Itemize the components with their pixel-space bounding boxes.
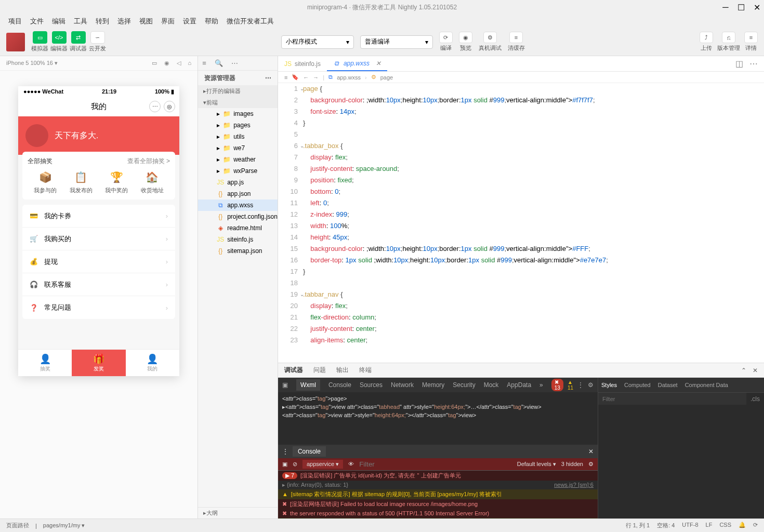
file-utils[interactable]: ▸ 📁utils [198, 131, 278, 142]
console-close-icon[interactable]: ✕ [588, 448, 594, 455]
menu-视图[interactable]: 视图 [135, 17, 157, 26]
devtab-AppData[interactable]: AppData [507, 381, 531, 389]
console-toggle-icon[interactable]: ▣ [282, 461, 287, 468]
file-app.js[interactable]: JSapp.js [198, 177, 278, 188]
file-siteinfo.js[interactable]: JSsiteinfo.js [198, 234, 278, 245]
error-count[interactable]: ✖ 13 [551, 379, 563, 391]
outline-section[interactable]: ▸ 大纲 [198, 507, 278, 518]
devtab-Sources[interactable]: Sources [360, 381, 383, 389]
inspect-icon[interactable]: ▣ [282, 381, 288, 389]
devtools-more-icon[interactable]: ⋮ [577, 381, 584, 389]
tab-1[interactable]: 🎁发奖 [72, 350, 125, 376]
menu-选择[interactable]: 选择 [113, 17, 135, 26]
file-app.wxss[interactable]: ⧉app.wxss [198, 200, 278, 211]
console-tab[interactable]: Console [293, 446, 326, 457]
bell-icon[interactable]: 🔔 [739, 522, 746, 529]
page-path[interactable]: pages/my1/my ▾ [43, 522, 85, 529]
device-icon[interactable]: ▭ [152, 60, 157, 66]
spaces[interactable]: 空格: 4 [657, 522, 675, 529]
debugger-button[interactable]: ⇄调试器 [70, 31, 87, 52]
open-editors-section[interactable]: ▸ 打开的编辑器 [198, 85, 278, 97]
bookmark-icon[interactable]: ≡ [284, 74, 287, 81]
explorer-tab-icon[interactable]: ≡ [202, 59, 206, 67]
card-item-1[interactable]: 📋我发布的 [70, 171, 93, 194]
list-item-4[interactable]: ❓常见问题› [22, 296, 175, 319]
back-icon[interactable]: ◁ [177, 60, 181, 66]
sync-icon[interactable]: ⟳ [753, 522, 758, 529]
devtab-Console[interactable]: Console [328, 381, 351, 389]
cloud-button[interactable]: ∽云开发 [89, 31, 106, 52]
console-more-icon[interactable]: ⋮ [282, 448, 288, 455]
card-item-0[interactable]: 📦我参与的 [34, 171, 57, 194]
menu-设置[interactable]: 设置 [179, 17, 201, 26]
devtools-settings-icon[interactable]: ⚙ [588, 381, 594, 389]
card-item-2[interactable]: 🏆我中奖的 [105, 171, 128, 194]
styles-tab-Computed[interactable]: Computed [624, 382, 651, 388]
file-images[interactable]: ▸ 📁images [198, 108, 278, 119]
avatar[interactable] [6, 33, 25, 51]
menu-capsule-icon[interactable]: ⋯ [149, 101, 161, 112]
minimize-icon[interactable]: ─ [722, 4, 729, 10]
file-weather[interactable]: ▸ 📁weather [198, 154, 278, 165]
compile-button[interactable]: ⟳编译 [439, 32, 453, 52]
devtab-Wxml[interactable]: Wxml [296, 379, 320, 391]
compile-select[interactable]: 普通编译▾ [360, 35, 433, 49]
styles-tab-Component Data[interactable]: Component Data [685, 382, 728, 388]
card-more-link[interactable]: 查看全部抽奖 > [127, 157, 170, 166]
dbg-tab-输出[interactable]: 输出 [336, 366, 349, 375]
list-item-3[interactable]: 🎧联系客服› [22, 273, 175, 296]
file-readme.html[interactable]: ◈readme.html [198, 222, 278, 234]
list-item-2[interactable]: 💰提现› [22, 250, 175, 273]
console-line[interactable]: ▸ {info: Array(0), status: 1}news.js? [s… [278, 481, 598, 489]
styles-tab-Styles[interactable]: Styles [601, 382, 617, 388]
styles-filter-input[interactable] [598, 393, 746, 405]
dbg-tab-问题[interactable]: 问题 [313, 366, 326, 375]
card-item-3[interactable]: 🏠收货地址 [141, 171, 164, 194]
close-tab-icon[interactable]: ✕ [376, 60, 381, 67]
project-section[interactable]: ▾ 前端 [198, 97, 278, 108]
dbg-tab-调试器[interactable]: 调试器 [284, 366, 303, 375]
home-icon[interactable]: ⌂ [188, 60, 192, 66]
menu-转到[interactable]: 转到 [91, 17, 113, 26]
debugger-collapse-icon[interactable]: ⌃ [741, 367, 746, 374]
mode-select[interactable]: 小程序模式▾ [281, 35, 354, 49]
list-item-0[interactable]: 💳我的卡券› [22, 205, 175, 228]
menu-编辑[interactable]: 编辑 [48, 17, 70, 26]
warn-count[interactable]: ▲ 11 [568, 379, 573, 391]
explorer-more-icon[interactable]: ⋯ [265, 74, 271, 82]
file-pages[interactable]: ▸ 📁pages [198, 119, 278, 131]
encoding[interactable]: UTF-8 [682, 522, 698, 529]
language[interactable]: CSS [719, 522, 731, 529]
console-scope-select[interactable]: appservice ▾ [302, 460, 343, 469]
maximize-icon[interactable]: ☐ [738, 4, 744, 10]
file-project.config.json[interactable]: {}project.config.json [198, 211, 278, 222]
dbg-tab-终端[interactable]: 终端 [359, 366, 372, 375]
close-icon[interactable]: ✕ [754, 4, 760, 10]
version-button[interactable]: ⎌版本管理 [717, 32, 740, 52]
menu-项目[interactable]: 项目 [4, 17, 26, 26]
console-line[interactable]: ▲[sitemap 索引情况提示] 根据 sitemap 的规则[0], 当前页… [278, 489, 598, 499]
simulator-button[interactable]: ▭模拟器 [31, 31, 48, 52]
editor-tab-app.wxss[interactable]: ⧉app.wxss✕ [327, 56, 387, 71]
editor-tab-siteinfo.js[interactable]: JSsiteinfo.js [278, 56, 327, 71]
tab-2[interactable]: 👤我的 [126, 350, 179, 376]
upload-button[interactable]: ⤴上传 [700, 32, 713, 52]
profile-avatar[interactable] [25, 124, 48, 147]
console-line[interactable]: ▶ 7[渲染层错误] 广告单元 id(unit-id) 为空, 请先在 '' 上… [278, 471, 598, 481]
devtab-more-icon[interactable]: » [539, 381, 543, 389]
devtab-Network[interactable]: Network [391, 381, 414, 389]
eye-icon[interactable]: 👁 [348, 461, 354, 467]
styles-tab-Dataset[interactable]: Dataset [658, 382, 678, 388]
console-line[interactable]: ✖ the server responded with a status of … [278, 509, 598, 518]
bookmark2-icon[interactable]: 🔖 [292, 74, 299, 81]
record-icon[interactable]: ◉ [164, 60, 169, 66]
clear-cache-button[interactable]: ≡清缓存 [508, 32, 525, 52]
menu-工具[interactable]: 工具 [70, 17, 91, 26]
detail-button[interactable]: ≡详情 [744, 32, 758, 52]
cursor-pos[interactable]: 行 1, 列 1 [626, 522, 650, 529]
menu-帮助[interactable]: 帮助 [201, 17, 222, 26]
list-item-1[interactable]: 🛒我购买的› [22, 228, 175, 250]
file-wxParse[interactable]: ▸ 📁wxParse [198, 165, 278, 177]
console-clear-icon[interactable]: ⊘ [293, 461, 297, 468]
file-app.json[interactable]: {}app.json [198, 188, 278, 200]
